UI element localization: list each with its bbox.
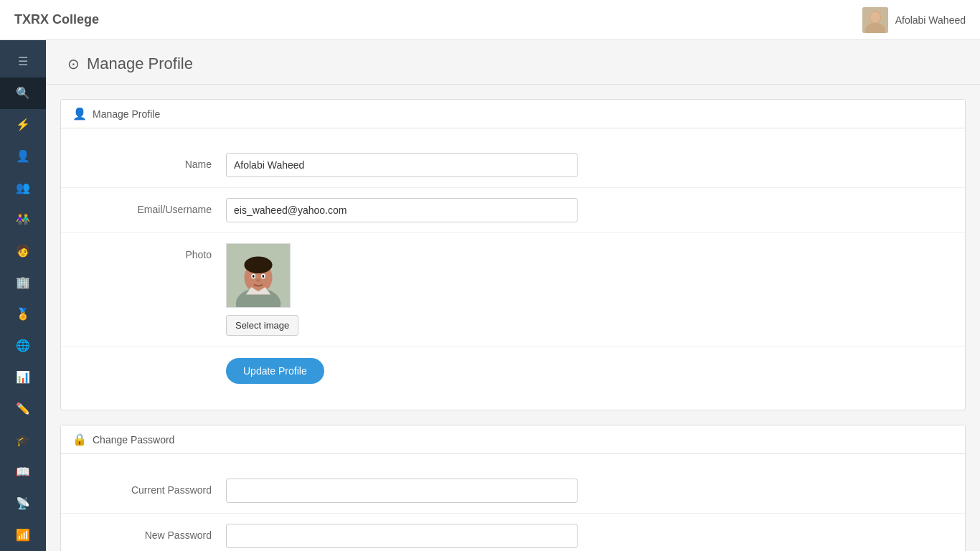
sidebar-item-dashboard[interactable]: ⚡ (0, 109, 46, 141)
photo-preview (226, 243, 291, 308)
name-label: Name (83, 153, 226, 170)
current-password-input[interactable] (226, 479, 578, 503)
user-icon: 👤 (16, 151, 30, 162)
page-header-icon: ⊙ (67, 55, 80, 72)
photo-row: Photo (61, 233, 965, 347)
main-layout: ☰ 🔍 ⚡ 👤 👥 👫 🧑 🏢 🏅 🌐 📊 (0, 40, 980, 551)
manage-profile-card: 👤 Manage Profile Name Email/Username Pho… (60, 99, 966, 410)
email-row: Email/Username (61, 188, 965, 233)
change-password-form: Current Password New Password Confirm Ne… (61, 454, 965, 551)
sidebar-item-users[interactable]: 👥 (0, 172, 46, 204)
page-title: Manage Profile (87, 55, 193, 73)
org-icon: 🏢 (16, 277, 30, 288)
navbar-left: TXRX College (14, 12, 99, 27)
lock-icon: 🔒 (72, 433, 87, 446)
brand-name: TXRX College (14, 12, 99, 27)
sidebar-item-graduation[interactable]: 🎓 (0, 425, 46, 456)
manage-profile-form: Name Email/Username Photo (61, 128, 965, 410)
manage-profile-tab-icon: 👤 (72, 107, 87, 121)
hamburger-icon: ☰ (18, 56, 28, 67)
change-password-card: 🔒 Change Password Current Password New P… (60, 425, 966, 551)
svg-point-3 (870, 11, 880, 23)
sidebar-item-badge[interactable]: 🏅 (0, 298, 46, 330)
groups-icon: 👫 (16, 214, 30, 225)
chart-icon: 📊 (16, 372, 30, 383)
photo-svg (227, 243, 290, 308)
book-icon: 📖 (16, 466, 30, 478)
feed2-icon: 📶 (16, 529, 30, 541)
svg-point-12 (253, 275, 255, 278)
photo-container: Select image (226, 243, 298, 336)
sidebar: ☰ 🔍 ⚡ 👤 👥 👫 🧑 🏢 🏅 🌐 📊 (0, 40, 46, 551)
graduation-icon: 🎓 (16, 435, 30, 446)
manage-profile-tab-header: 👤 Manage Profile (61, 100, 965, 128)
new-password-label: New Password (83, 524, 226, 541)
new-password-row: New Password (61, 514, 965, 551)
sidebar-item-pencil[interactable]: ✏️ (0, 393, 46, 425)
sidebar-item-feed1[interactable]: 📡 (0, 488, 46, 519)
svg-point-14 (256, 279, 260, 282)
sidebar-item-person[interactable]: 🧑 (0, 235, 46, 267)
sidebar-item-search[interactable]: 🔍 (0, 77, 46, 109)
name-input[interactable] (226, 153, 578, 177)
update-profile-button[interactable]: Update Profile (226, 358, 324, 384)
current-password-row: Current Password (61, 468, 965, 514)
sidebar-item-groups[interactable]: 👫 (0, 204, 46, 235)
email-label: Email/Username (83, 198, 226, 215)
svg-point-9 (244, 257, 272, 273)
avatar (862, 7, 888, 33)
email-input[interactable] (226, 198, 578, 222)
select-image-button[interactable]: Select image (226, 315, 298, 336)
sidebar-item-globe[interactable]: 🌐 (0, 330, 46, 362)
change-password-tab-header: 🔒 Change Password (61, 425, 965, 454)
content-area: ⊙ Manage Profile 👤 Manage Profile Name E… (46, 40, 980, 551)
person-icon: 🧑 (16, 245, 30, 257)
pencil-icon: ✏️ (16, 403, 30, 415)
user-name: Afolabi Waheed (895, 14, 966, 26)
name-row: Name (61, 143, 965, 188)
top-navbar: TXRX College Afolabi Waheed (0, 0, 980, 40)
manage-profile-tab-label: Manage Profile (93, 108, 160, 120)
navbar-right: Afolabi Waheed (862, 7, 966, 33)
change-password-tab-label: Change Password (93, 434, 174, 446)
photo-label: Photo (83, 243, 226, 260)
globe-icon: 🌐 (16, 340, 30, 352)
sidebar-item-book[interactable]: 📖 (0, 456, 46, 488)
page-header: ⊙ Manage Profile (46, 40, 980, 85)
new-password-input[interactable] (226, 524, 578, 548)
sidebar-item-chart[interactable]: 📊 (0, 362, 46, 393)
sidebar-item-org[interactable]: 🏢 (0, 267, 46, 298)
users-icon: 👥 (16, 182, 30, 194)
update-btn-row: Update Profile (204, 347, 965, 395)
svg-point-13 (262, 275, 264, 278)
sidebar-item-feed2[interactable]: 📶 (0, 519, 46, 551)
badge-icon: 🏅 (16, 309, 30, 320)
gauge-icon: ⚡ (16, 119, 30, 131)
sidebar-item-hamburger[interactable]: ☰ (0, 46, 46, 77)
sidebar-item-profile[interactable]: 👤 (0, 141, 46, 172)
feed1-icon: 📡 (16, 498, 30, 509)
search-icon: 🔍 (16, 88, 30, 99)
current-password-label: Current Password (83, 479, 226, 496)
